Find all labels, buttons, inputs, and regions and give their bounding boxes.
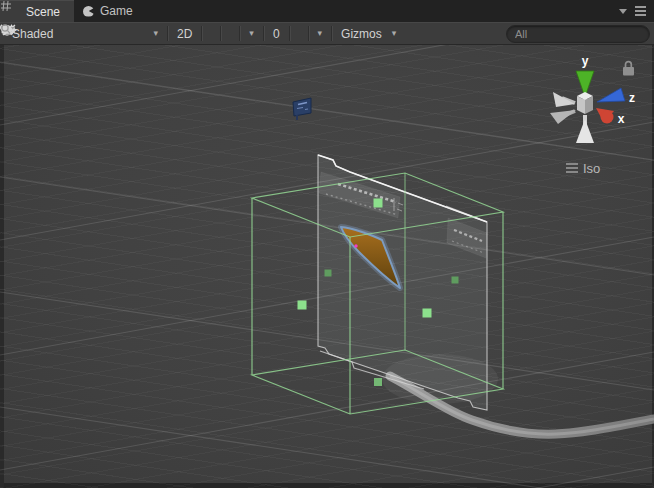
axis-x-cone[interactable] xyxy=(596,108,614,124)
game-icon xyxy=(82,5,95,18)
chevron-down-icon: ▾ xyxy=(249,29,254,38)
toolbar-separator xyxy=(263,26,264,41)
toolbar-separator xyxy=(220,26,221,41)
search-field[interactable] xyxy=(506,25,650,43)
component-tools-button[interactable] xyxy=(291,23,307,44)
toggle-2d-button[interactable]: 2D xyxy=(169,23,200,44)
shading-mode-label: Shaded xyxy=(12,27,53,41)
scene-toolbar: Shaded ▾ 2D xyxy=(0,22,654,45)
axis-z-cone[interactable] xyxy=(597,88,625,102)
scene-lighting-button[interactable] xyxy=(203,23,219,44)
toolbar-separator xyxy=(308,26,309,41)
scene-viewport[interactable]: y z x Iso xyxy=(0,45,654,488)
handle-square[interactable] xyxy=(423,309,432,318)
chevron-down-icon: ▾ xyxy=(153,29,158,38)
handle-square[interactable] xyxy=(325,270,332,277)
plane-object[interactable] xyxy=(318,155,487,410)
gizmos-dropdown[interactable]: Gizmos ▾ xyxy=(333,23,404,44)
scene-canvas: y z x Iso xyxy=(0,45,654,488)
tab-scene-label: Scene xyxy=(26,5,60,19)
scene-audio-button[interactable] xyxy=(222,23,238,44)
unity-scene-window: Scene Game Shaded ▾ 2D xyxy=(0,0,654,488)
toolbar-separator xyxy=(289,26,290,41)
shading-mode-dropdown[interactable]: Shaded ▾ xyxy=(4,23,166,44)
axis-label-x: x xyxy=(618,112,625,126)
toolbar-separator xyxy=(201,26,202,41)
panel-menu-icon[interactable] xyxy=(635,10,646,12)
handle-square[interactable] xyxy=(374,378,382,386)
pivot-dot xyxy=(354,244,357,247)
handle-square[interactable] xyxy=(374,199,383,208)
axis-label-z: z xyxy=(629,91,635,105)
hidden-count: 0 xyxy=(273,27,280,41)
axis-negative-y-cone[interactable] xyxy=(576,119,594,143)
toolbar-separator xyxy=(239,26,240,41)
toggle-2d-label: 2D xyxy=(177,27,192,41)
gizmos-label: Gizmos xyxy=(341,27,382,41)
search-icon xyxy=(0,23,15,35)
chevron-down-icon: ▾ xyxy=(392,29,397,38)
tab-scene[interactable]: Scene xyxy=(0,0,74,22)
panel-dropdown-icon[interactable] xyxy=(619,9,627,14)
flag-gizmo[interactable] xyxy=(293,98,311,120)
panel-controls xyxy=(619,0,654,22)
iso-toggle[interactable]: Iso xyxy=(566,161,600,176)
toolbar-separator xyxy=(167,26,168,41)
iso-lines-icon xyxy=(566,164,578,172)
handle-square[interactable] xyxy=(452,277,459,284)
orientation-gizmo: y z x xyxy=(550,54,635,143)
chevron-down-icon: ▾ xyxy=(318,29,323,38)
effects-button[interactable]: ▾ xyxy=(241,23,262,44)
hidden-objects-button[interactable]: 0 xyxy=(265,23,288,44)
axis-negative-z-cone[interactable] xyxy=(553,92,575,107)
toolbar-separator xyxy=(331,26,332,41)
axis-negative-x-cone[interactable] xyxy=(550,110,576,124)
tab-game[interactable]: Game xyxy=(74,0,147,22)
iso-label: Iso xyxy=(583,161,600,176)
search-input[interactable] xyxy=(513,27,643,41)
gizmo-cube[interactable] xyxy=(577,92,593,114)
tab-game-label: Game xyxy=(100,4,133,18)
handle-square[interactable] xyxy=(298,301,307,310)
axis-label-y: y xyxy=(582,54,589,68)
scene-grid-icon xyxy=(8,5,21,18)
lock-icon[interactable] xyxy=(623,62,634,76)
scene-camera-button[interactable]: ▾ xyxy=(310,23,331,44)
tab-strip: Scene Game xyxy=(0,0,654,22)
